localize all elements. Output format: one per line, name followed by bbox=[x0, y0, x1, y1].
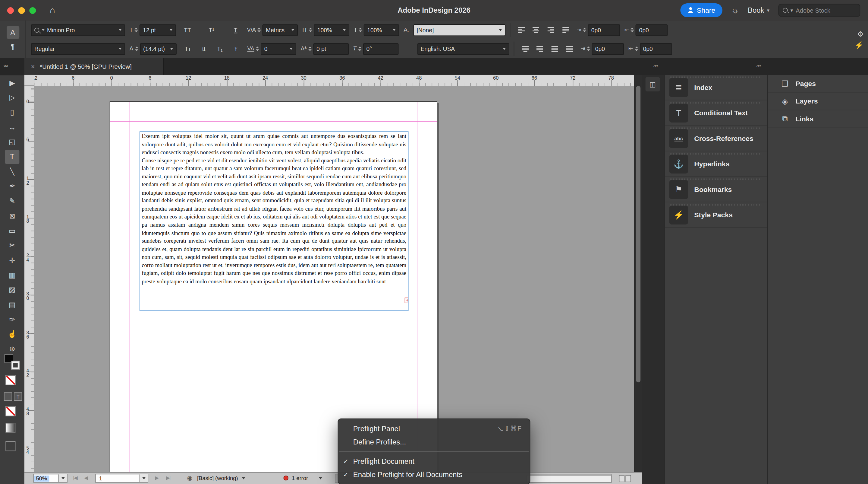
panel-cross-references[interactable]: abcCross-References bbox=[665, 126, 767, 151]
stroke-swatch[interactable] bbox=[12, 362, 20, 369]
vertical-scrollbar[interactable] bbox=[634, 75, 642, 472]
ruler-origin-corner[interactable] bbox=[24, 75, 34, 86]
preflight-errors-dropdown[interactable]: 1 error bbox=[283, 475, 322, 481]
first-page-button[interactable]: |◀ bbox=[73, 475, 77, 480]
rectangle-frame-tool[interactable]: ⊠ bbox=[5, 208, 20, 223]
justify-last-right-button[interactable] bbox=[533, 43, 547, 55]
page-tool[interactable]: ▯ bbox=[5, 105, 20, 119]
horizontal-scale-stepper[interactable] bbox=[309, 28, 312, 32]
apply-none-swatch[interactable] bbox=[5, 375, 16, 385]
apply-gradient-button[interactable] bbox=[5, 423, 16, 433]
last-page-button[interactable]: ▶| bbox=[166, 475, 170, 480]
menu-item[interactable]: Preflight Panel⌥⇧⌘F bbox=[338, 422, 530, 435]
pen-tool[interactable]: ✒ bbox=[5, 179, 20, 193]
left-indent-field[interactable]: 0p0 bbox=[588, 24, 620, 36]
font-size-combo[interactable]: 12 pt bbox=[140, 24, 176, 36]
font-style-combo[interactable]: Regular bbox=[31, 43, 125, 55]
document-tab[interactable]: × *Untitled-1 @ 50% [GPU Preview] bbox=[24, 58, 164, 75]
vertical-scale-combo[interactable]: 100% bbox=[364, 24, 399, 36]
right-indent-field[interactable]: 0p0 bbox=[636, 24, 668, 36]
horizontal-ruler[interactable]: 12606121824303642485460667278 bbox=[24, 75, 634, 87]
align-left-button[interactable] bbox=[515, 24, 528, 36]
formatting-affects-text-button[interactable]: T bbox=[14, 392, 22, 401]
close-window-button[interactable] bbox=[7, 7, 14, 13]
vertical-ruler[interactable]: 061218243036424854 bbox=[24, 86, 34, 472]
rectangle-tool[interactable]: ▭ bbox=[5, 223, 20, 238]
panel-pages[interactable]: ❐Pages bbox=[768, 75, 868, 93]
vertical-scale-stepper[interactable] bbox=[359, 28, 362, 32]
last-line-indent-field[interactable]: 0p0 bbox=[640, 43, 672, 55]
horizontal-scrollbar-thumb[interactable] bbox=[527, 475, 612, 483]
panel-index[interactable]: ≣Index bbox=[665, 75, 767, 100]
type-tool[interactable]: T bbox=[5, 149, 20, 164]
last-line-indent-stepper[interactable] bbox=[635, 47, 638, 51]
panel-bookmarks[interactable]: ⚑Bookmarks bbox=[665, 177, 767, 202]
font-family-combo[interactable]: Minion Pro bbox=[31, 24, 125, 36]
first-line-indent-field[interactable]: 0p0 bbox=[592, 43, 624, 55]
preflight-profile-dropdown[interactable]: [Basic] (working) bbox=[197, 475, 245, 481]
fill-stroke-swatches[interactable] bbox=[4, 354, 20, 369]
minimize-window-button[interactable] bbox=[19, 7, 25, 13]
align-center-button[interactable] bbox=[530, 24, 543, 36]
left-indent-stepper[interactable] bbox=[583, 28, 586, 32]
tracking-stepper[interactable] bbox=[256, 47, 259, 51]
content-collector-tool[interactable]: ◱ bbox=[5, 135, 20, 149]
collapse-panel-icon[interactable]: «« bbox=[653, 63, 657, 69]
menu-item[interactable]: Define Profiles... bbox=[338, 435, 530, 448]
expand-panel-icon[interactable]: »» bbox=[3, 63, 7, 69]
previous-page-button[interactable]: ◀ bbox=[84, 475, 87, 480]
gradient-swatch-tool[interactable]: ▥ bbox=[5, 268, 20, 282]
page-number-combo[interactable]: 1 bbox=[95, 474, 148, 483]
gap-tool[interactable]: ↔ bbox=[5, 120, 20, 134]
share-button[interactable]: Share bbox=[680, 3, 722, 17]
language-combo[interactable]: English: USA bbox=[417, 43, 509, 55]
leading-stepper[interactable] bbox=[135, 47, 138, 51]
spread-view-button[interactable] bbox=[619, 475, 631, 482]
tracking-combo[interactable]: 0 bbox=[261, 43, 297, 55]
kerning-stepper[interactable] bbox=[258, 28, 261, 32]
discover-bulb-icon[interactable]: ☼ bbox=[731, 5, 739, 15]
formatting-affects-container-button[interactable] bbox=[4, 392, 12, 401]
small-caps-button[interactable]: Tᴛ bbox=[181, 43, 195, 55]
line-tool[interactable]: ╲ bbox=[5, 164, 20, 179]
subscript-button[interactable]: T₁ bbox=[213, 43, 227, 55]
justify-all-button[interactable] bbox=[548, 43, 561, 55]
align-towards-spine-button[interactable] bbox=[563, 43, 576, 55]
panel-style-packs[interactable]: ⚡Style Packs bbox=[665, 202, 767, 228]
preflight-menu-icon[interactable]: ◉ bbox=[187, 475, 193, 481]
strikethrough-button[interactable]: Ŧ bbox=[229, 43, 243, 55]
baseline-shift-field[interactable]: 0 pt bbox=[313, 43, 349, 55]
align-right-button[interactable] bbox=[544, 24, 558, 36]
justify-last-center-button[interactable] bbox=[519, 43, 532, 55]
first-line-indent-stepper[interactable] bbox=[587, 47, 590, 51]
superscript-button[interactable]: T¹ bbox=[205, 24, 218, 36]
zoom-level-combo[interactable]: 50% bbox=[33, 474, 67, 483]
panel-hyperlinks[interactable]: ⚓Hyperlinks bbox=[665, 151, 767, 176]
note-tool[interactable]: ▤ bbox=[5, 297, 20, 312]
page-dropdown-button[interactable] bbox=[139, 474, 148, 482]
lightning-icon[interactable]: ⚡ bbox=[855, 41, 864, 49]
panel-links[interactable]: ⧉Links bbox=[768, 110, 868, 128]
kerning-combo[interactable]: Metrics bbox=[262, 24, 298, 36]
vertical-scrollbar-thumb[interactable] bbox=[636, 86, 641, 382]
pencil-tool[interactable]: ✎ bbox=[5, 194, 20, 208]
hand-tool[interactable]: ☝ bbox=[5, 327, 20, 341]
justify-last-left-button[interactable] bbox=[559, 24, 572, 36]
paragraph-formatting-toggle[interactable]: ¶ bbox=[6, 40, 19, 53]
menu-item[interactable]: ✓Preflight Document bbox=[338, 454, 530, 468]
text-frame[interactable]: Exerum ipit voluptas idel molor sit, quu… bbox=[140, 131, 409, 311]
free-transform-tool[interactable]: ✛ bbox=[5, 253, 20, 267]
leading-combo[interactable]: (14.4 pt) bbox=[140, 43, 176, 55]
horizontal-scale-combo[interactable]: 100% bbox=[314, 24, 350, 36]
zoom-dropdown-button[interactable] bbox=[58, 474, 67, 482]
right-indent-stepper[interactable] bbox=[631, 28, 634, 32]
all-caps-button[interactable]: TT bbox=[181, 24, 194, 36]
close-tab-icon[interactable]: × bbox=[31, 63, 35, 70]
direct-selection-tool[interactable]: ▷ bbox=[5, 90, 20, 105]
next-page-button[interactable]: ▶ bbox=[155, 475, 158, 480]
selection-tool[interactable]: ▶ bbox=[5, 76, 20, 90]
baseline-shift-stepper[interactable] bbox=[308, 47, 311, 51]
document-canvas[interactable]: Exerum ipit voluptas idel molor sit, quu… bbox=[34, 86, 634, 472]
font-size-stepper[interactable] bbox=[135, 28, 138, 32]
gear-icon[interactable]: ⚙ bbox=[857, 30, 864, 37]
